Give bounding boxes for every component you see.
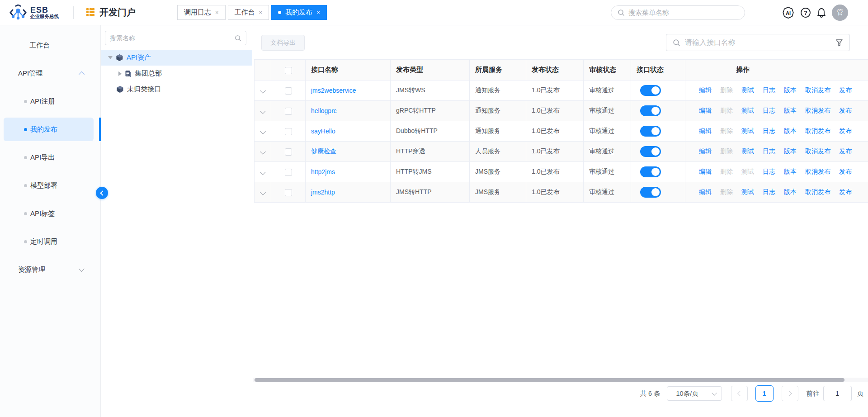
op-取消发布[interactable]: 取消发布 <box>805 127 830 134</box>
op-日志[interactable]: 日志 <box>763 127 775 134</box>
op-版本[interactable]: 版本 <box>784 107 797 114</box>
row-checkbox[interactable] <box>285 128 292 135</box>
notification-bell-icon[interactable] <box>816 7 827 18</box>
interface-status-toggle-on[interactable] <box>640 105 661 116</box>
interface-name-link[interactable]: sayHello <box>311 128 335 135</box>
user-avatar[interactable]: 管 <box>832 5 848 21</box>
sidebar-item-工作台[interactable]: 工作台 <box>0 36 100 54</box>
filter-funnel-icon[interactable] <box>835 39 843 47</box>
row-checkbox[interactable] <box>285 87 292 95</box>
interface-search-box[interactable] <box>666 34 850 51</box>
tab-1[interactable]: 调用日志× <box>177 5 226 20</box>
interface-status-toggle-on[interactable] <box>640 187 661 198</box>
op-取消发布[interactable]: 取消发布 <box>805 86 830 94</box>
interface-search-input[interactable] <box>685 38 835 47</box>
prev-page-button[interactable] <box>731 386 748 401</box>
op-取消发布[interactable]: 取消发布 <box>805 147 830 155</box>
horizontal-scrollbar-thumb[interactable] <box>255 378 844 382</box>
sidebar-item-API管理[interactable]: API管理 <box>0 64 100 82</box>
row-expand-icon[interactable] <box>260 149 266 155</box>
tab-close-icon[interactable]: × <box>259 9 263 16</box>
op-版本[interactable]: 版本 <box>784 86 797 94</box>
op-发布[interactable]: 发布 <box>839 168 852 175</box>
row-expand-icon[interactable] <box>260 190 266 195</box>
menu-search-box[interactable] <box>611 5 745 20</box>
op-测试[interactable]: 测试 <box>741 107 754 114</box>
op-发布[interactable]: 发布 <box>839 188 852 195</box>
tab-3[interactable]: 我的发布× <box>271 5 327 20</box>
op-取消发布[interactable]: 取消发布 <box>805 107 830 114</box>
op-版本[interactable]: 版本 <box>784 168 797 175</box>
op-测试[interactable]: 测试 <box>741 147 754 155</box>
op-测试[interactable]: 测试 <box>741 127 754 134</box>
help-icon[interactable]: ? <box>800 7 811 18</box>
op-日志[interactable]: 日志 <box>763 188 775 195</box>
op-日志[interactable]: 日志 <box>763 107 775 114</box>
interface-name-link[interactable]: http2jms <box>311 168 335 175</box>
interface-status-toggle-on[interactable] <box>640 85 661 96</box>
page-size-select[interactable]: 10条/页 <box>667 386 722 401</box>
sidebar-item-我的发布[interactable]: 我的发布 <box>0 120 100 138</box>
op-编辑[interactable]: 编辑 <box>699 188 712 195</box>
op-日志[interactable]: 日志 <box>763 86 775 94</box>
menu-search-input[interactable] <box>628 9 732 16</box>
tree-node-未归类接口[interactable]: 未归类接口 <box>101 81 252 97</box>
op-发布[interactable]: 发布 <box>839 127 852 134</box>
tab-close-icon[interactable]: × <box>215 9 219 16</box>
interface-status-toggle-on[interactable] <box>640 126 661 137</box>
doc-export-button[interactable]: 文档导出 <box>261 35 305 51</box>
interface-name-link[interactable]: jms2http <box>311 189 335 196</box>
row-checkbox[interactable] <box>285 169 292 176</box>
interface-status-toggle-on[interactable] <box>640 146 661 157</box>
op-发布[interactable]: 发布 <box>839 107 852 114</box>
caret-down-icon[interactable] <box>108 56 113 59</box>
tree-search-input[interactable] <box>110 34 235 42</box>
goto-page-input[interactable] <box>823 386 852 401</box>
op-发布[interactable]: 发布 <box>839 147 852 155</box>
next-page-button[interactable] <box>782 386 798 401</box>
op-日志[interactable]: 日志 <box>763 147 775 155</box>
tab-close-icon[interactable]: × <box>316 9 320 16</box>
row-expand-icon[interactable] <box>260 88 266 94</box>
op-编辑[interactable]: 编辑 <box>699 168 712 175</box>
ai-assistant-icon[interactable]: AI <box>781 6 795 19</box>
interface-name-link[interactable]: hellogprc <box>311 107 337 114</box>
op-测试[interactable]: 测试 <box>741 86 754 94</box>
sidebar-item-API注册[interactable]: API注册 <box>0 92 100 110</box>
sidebar-item-资源管理[interactable]: 资源管理 <box>0 261 100 279</box>
op-编辑[interactable]: 编辑 <box>699 107 712 114</box>
interface-name-link[interactable]: 健康检查 <box>311 147 336 155</box>
row-expand-icon[interactable] <box>260 169 266 175</box>
op-取消发布[interactable]: 取消发布 <box>805 188 830 195</box>
tree-node-API资产[interactable]: API资产 <box>101 50 252 66</box>
current-page-button[interactable]: 1 <box>755 385 774 402</box>
tab-2[interactable]: 工作台× <box>228 5 269 20</box>
row-checkbox[interactable] <box>285 189 292 196</box>
caret-right-icon[interactable] <box>118 71 122 76</box>
sidebar-item-模型部署[interactable]: 模型部署 <box>0 176 100 194</box>
op-版本[interactable]: 版本 <box>784 188 797 195</box>
interface-status-toggle-on[interactable] <box>640 166 661 177</box>
op-版本[interactable]: 版本 <box>784 127 797 134</box>
op-发布[interactable]: 发布 <box>839 86 852 94</box>
op-取消发布[interactable]: 取消发布 <box>805 168 830 175</box>
op-编辑[interactable]: 编辑 <box>699 147 712 155</box>
row-checkbox[interactable] <box>285 148 292 156</box>
op-日志[interactable]: 日志 <box>763 168 775 175</box>
op-编辑[interactable]: 编辑 <box>699 127 712 134</box>
row-expand-icon[interactable] <box>260 108 266 114</box>
sidebar-item-API导出[interactable]: API导出 <box>0 148 100 166</box>
op-版本[interactable]: 版本 <box>784 147 797 155</box>
interface-name-link[interactable]: jms2webservice <box>311 87 356 94</box>
op-测试[interactable]: 测试 <box>741 188 754 195</box>
select-all-checkbox[interactable] <box>285 67 292 74</box>
sidebar-item-API标签[interactable]: API标签 <box>0 204 100 223</box>
tree-node-集团总部[interactable]: 集团总部 <box>101 66 252 81</box>
row-expand-icon[interactable] <box>260 128 266 134</box>
row-checkbox[interactable] <box>285 108 292 115</box>
sidebar-item-定时调用[interactable]: 定时调用 <box>0 232 100 251</box>
op-编辑[interactable]: 编辑 <box>699 86 712 94</box>
tree-search-box[interactable] <box>105 31 246 45</box>
sidebar-collapse-button[interactable] <box>96 187 108 199</box>
operations-cell: 编辑删除测试日志版本取消发布发布 <box>685 81 868 101</box>
